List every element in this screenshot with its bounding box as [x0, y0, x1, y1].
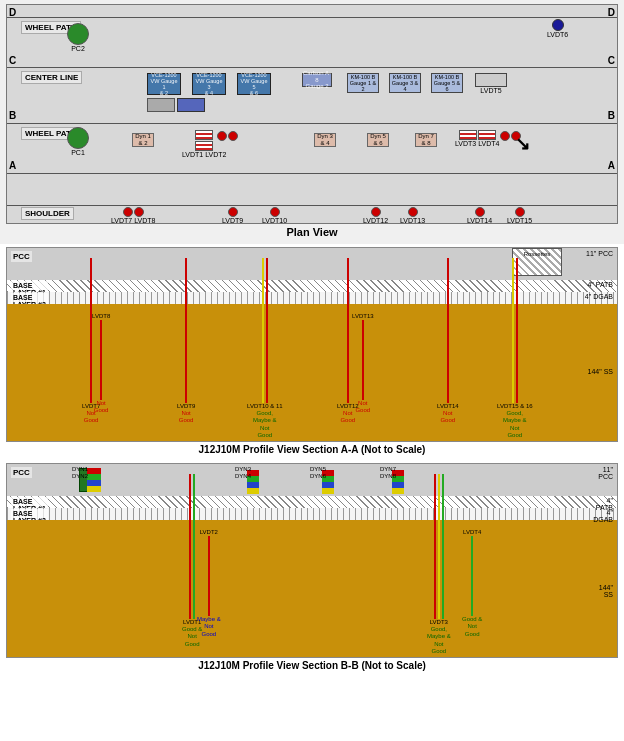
dim-dgab-aa: 4" DGAB [585, 293, 613, 300]
lvdt1-line-g [193, 474, 195, 619]
lvdt1-stripe [195, 130, 213, 140]
lvdt13-line [362, 320, 364, 400]
km1-box: KM-100 BGauge 1 & 2 [347, 73, 379, 93]
profile-aa-title: J12J10M Profile View Section A-A (Not to… [6, 444, 618, 455]
lvdt14-aa: LVDT14 NotGood [437, 258, 459, 425]
red-circles-1 [217, 131, 238, 141]
row-label-b-right: B [608, 110, 615, 121]
dgab-layer-bb: BASELAYER #2 [7, 508, 617, 520]
vce1-sensor: VCE-1200VW Gauge 1& 2 [147, 73, 181, 95]
lvdt6-sensor-plan: LVDT6 [547, 19, 568, 39]
lvdt3-bb: LVDT3 Good,Maybe &NotGood [427, 474, 451, 655]
lvdt3-line-r [434, 474, 436, 619]
dyn3-label: DYN3DYN4 [235, 466, 251, 480]
lvdt7-shoulder: LVDT7 LVDT8 [111, 207, 155, 225]
dyn3-box: Dyn 3& 4 [314, 133, 336, 147]
dim-pcc-bb: 11"PCC [598, 466, 613, 480]
lvdt16-line [516, 258, 518, 403]
profile-bb-title: J12J10M Profile View Section B-B (Not to… [6, 660, 618, 671]
double-red-1 [217, 131, 238, 141]
pcc-label-aa: PCC [11, 251, 32, 262]
pc1-sensor: PC1 [67, 127, 89, 157]
h-line-c [7, 67, 617, 68]
vce2-box: VCE-1200VW Gauge 3& 4 [192, 73, 226, 95]
carlson-box: Carlson A-8Gauge 2 [302, 73, 332, 87]
lvdt15-line [512, 258, 514, 403]
plan-view-title: Plan View [6, 226, 618, 238]
dyn5-sensor-plan: Dyn 5& 6 [367, 133, 389, 147]
dyn7-box: Dyn 7& 8 [415, 133, 437, 147]
lvdt13-shoulder: LVDT13 [400, 207, 425, 225]
pcc-label-bb: PCC [11, 467, 32, 478]
vce3-box: VCE-1200VW Gauge 5& 6 [237, 73, 271, 95]
lvdt10-aa: LVDT10 & 11 Good,Maybe &NotGood [247, 258, 283, 439]
ss-layer-bb [7, 520, 617, 657]
lvdt5-sensor-plan: LVDT5 [475, 73, 507, 95]
row-label-c-left: C [9, 55, 16, 66]
km3-box: KM-100 BGauge 5 & 6 [431, 73, 463, 93]
pc1-circle [67, 127, 89, 149]
lvdt3-stripe [459, 130, 477, 140]
patb-layer-bb: BASELAYER #1 [7, 496, 617, 508]
dim-pcc-aa: 11" PCC [586, 250, 613, 257]
row-label-b-left: B [9, 110, 16, 121]
center-line-label: CENTER LINE [21, 71, 82, 84]
lvdt15-aa: LVDT15 & 16 Good,Maybe &NotGood [497, 258, 533, 439]
dim-dgab-bb: 4"DGAB [593, 509, 613, 523]
dyn1-sensor-plan: Dyn 1& 2 [132, 133, 154, 147]
lvdt4-stripe [478, 130, 496, 140]
lvdt13-aa: LVDT13 NotGood [352, 313, 374, 415]
lvdt12-line [347, 258, 349, 403]
km1-sensor: KM-100 BGauge 1 & 2 [347, 73, 379, 93]
lvdt14-shoulder: LVDT14 [467, 207, 492, 225]
lvdt6-circle [552, 19, 564, 31]
lvdt5-box [475, 73, 507, 87]
lvdt12-shoulder: LVDT12 [363, 207, 388, 225]
arrow-symbol: ↘ [515, 133, 530, 155]
h-line-d [7, 17, 617, 18]
lvdt10-line [262, 258, 264, 403]
row-label-a-left: A [9, 160, 16, 171]
profile-bb-section: PCC BASELAYER #1 BASELAYER #2 11"PCC 4"P… [0, 460, 624, 676]
lvdt4-line [471, 536, 473, 616]
lvdt10-shoulder: LVDT10 [262, 207, 287, 225]
lvdt2-stripe [195, 141, 213, 151]
profile-bb-diagram: PCC BASELAYER #1 BASELAYER #2 11"PCC 4"P… [6, 463, 618, 658]
dyn5-box: Dyn 5& 6 [367, 133, 389, 147]
dyn7-label: DYN7DYN8 [380, 466, 396, 480]
lvdt2-bb: LVDT2 Maybe &NotGood [197, 529, 221, 638]
lvdt9-shoulder: LVDT9 [222, 207, 243, 225]
lvdt11-line [266, 258, 268, 403]
dyn1-box: Dyn 1& 2 [132, 133, 154, 147]
vce1-box: VCE-1200VW Gauge 1& 2 [147, 73, 181, 95]
lvdt14-line [447, 258, 449, 403]
dim-ss-bb: 144"SS [599, 584, 613, 598]
profile-aa-section: PCC BASELAYER #1 BASELAYER #2 11" PCC 4"… [0, 244, 624, 460]
dyn5-label: DYN5DYN6 [310, 466, 326, 480]
carlson-sensor: Carlson A-8Gauge 2 [302, 73, 332, 87]
h-line-a [7, 173, 617, 174]
lvdt8-aa: LVDT8 NotGood [92, 313, 110, 415]
blue-box-1 [177, 98, 205, 112]
plan-view-section: D C B A D C B A WHEEL PATH CENTER LINE W… [0, 0, 624, 244]
pc2-sensor: PC2 [67, 23, 89, 53]
lvdt2-line [208, 536, 210, 616]
vce3-sensor: VCE-1200VW Gauge 5& 6 [237, 73, 271, 95]
km2-box: KM-100 BGauge 3 & 4 [389, 73, 421, 93]
lvdt9-line [185, 258, 187, 403]
row-label-a-right: A [608, 160, 615, 171]
h-line-shoulder [7, 205, 617, 206]
km3-sensor: KM-100 BGauge 5 & 6 [431, 73, 463, 93]
dyn1-bar [87, 468, 101, 492]
dyn7-sensor-plan: Dyn 7& 8 [415, 133, 437, 147]
lvdt4-bb: LVDT4 Good &NotGood [462, 529, 482, 638]
h-line-b [7, 123, 617, 124]
lvdt1-line-r [189, 474, 191, 619]
vce-sub-boxes [147, 98, 205, 112]
lvdt3-sensor-plan: LVDT3 LVDT4 [455, 130, 499, 148]
dim-patb-aa: 4" PATB [587, 281, 613, 288]
dyn1-label: DYN1DYN2 [72, 466, 88, 480]
dyn3-sensor-plan: Dyn 3& 4 [314, 133, 336, 147]
lvdt15-shoulder: LVDT15 [507, 207, 532, 225]
profile-aa-diagram: PCC BASELAYER #1 BASELAYER #2 11" PCC 4"… [6, 247, 618, 442]
